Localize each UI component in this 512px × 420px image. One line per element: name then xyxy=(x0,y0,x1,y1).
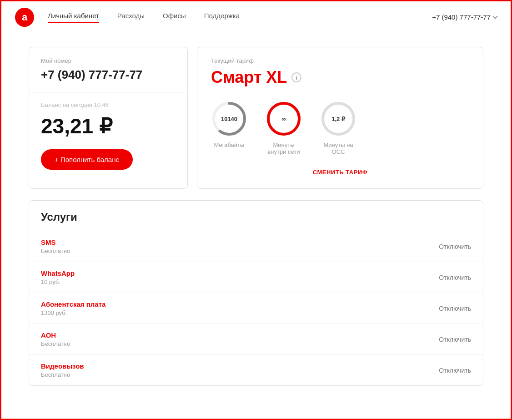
circle-minutes-network-label: Минуты внутри сети xyxy=(266,142,302,155)
main-nav: Личный кабинет Расходы Офисы Поддержка xyxy=(48,12,432,23)
service-row-aon: АОН Бесплатно Отключить xyxy=(29,324,483,355)
tariff-name: Смарт XL i xyxy=(211,68,469,87)
service-videocall-disable[interactable]: Отключить xyxy=(439,367,471,374)
balance-label: Баланс на сегодня 10:46 xyxy=(41,101,176,108)
service-aon-info: АОН Бесплатно xyxy=(41,331,70,347)
service-subscription-name: Абонентская плата xyxy=(41,300,105,308)
circle-minutes-network-value: ∞ xyxy=(281,116,286,122)
service-aon-price: Бесплатно xyxy=(41,340,70,347)
service-whatsapp-name: WhatsApp xyxy=(41,269,75,277)
info-icon[interactable]: i xyxy=(291,72,301,82)
services-title: Услуги xyxy=(29,201,483,231)
circles-row: 10140 Мегабайты ∞ Минуты внутри сети xyxy=(211,101,469,155)
service-whatsapp-price: 10 руб. xyxy=(41,278,75,285)
change-tariff-button[interactable]: СМЕНИТЬ ТАРИФ xyxy=(211,169,469,176)
circle-megabytes-wrap: 10140 xyxy=(211,101,247,137)
balance-amount: 23,21 ₽ xyxy=(41,114,176,138)
service-subscription-disable[interactable]: Отключить xyxy=(439,305,471,312)
my-number-label: Мой номер xyxy=(41,57,176,64)
service-sms-info: SMS Бесплатно xyxy=(41,238,70,254)
circle-minutes-network-wrap: ∞ xyxy=(266,101,302,137)
logo[interactable]: а xyxy=(15,8,34,27)
service-row-sms: SMS Бесплатно Отключить xyxy=(29,231,483,262)
nav-expenses[interactable]: Расходы xyxy=(117,12,145,23)
header: а Личный кабинет Расходы Офисы Поддержка… xyxy=(1,1,511,33)
service-whatsapp-info: WhatsApp 10 руб. xyxy=(41,269,75,285)
tariff-card: Текущий тариф Смарт XL i 10140 Мегабайты xyxy=(197,47,483,189)
circle-megabytes: 10140 Мегабайты xyxy=(211,101,247,148)
service-videocall-price: Бесплатно xyxy=(41,371,84,378)
service-videocall-name: Видеовызов xyxy=(41,362,84,370)
top-up-button[interactable]: + Пополнить баланс xyxy=(41,149,133,170)
service-subscription-price: 1300 руб. xyxy=(41,309,105,316)
service-sms-name: SMS xyxy=(41,238,70,246)
my-number-section: Мой номер +7 (940) 777-77-77 xyxy=(29,47,187,92)
nav-personal-cabinet[interactable]: Личный кабинет xyxy=(48,12,99,23)
service-aon-name: АОН xyxy=(41,331,70,339)
nav-offices[interactable]: Офисы xyxy=(163,12,186,23)
circle-minutes-occ-value: 1,2 ₽ xyxy=(331,116,345,122)
circle-minutes-occ: 1,2 ₽ Минуты на ОСС xyxy=(320,101,356,155)
tariff-label: Текущий тариф xyxy=(211,57,469,64)
header-phone-number: +7 (940) 777-77-77 xyxy=(432,13,491,21)
circle-minutes-occ-wrap: 1,2 ₽ xyxy=(320,101,356,137)
circle-megabytes-value: 10140 xyxy=(221,116,237,122)
nav-support[interactable]: Поддержка xyxy=(204,12,240,23)
header-phone[interactable]: +7 (940) 777-77-77 xyxy=(432,13,497,21)
circle-minutes-occ-label: Минуты на ОСС xyxy=(320,142,356,155)
circle-megabytes-label: Мегабайты xyxy=(214,142,245,148)
service-videocall-info: Видеовызов Бесплатно xyxy=(41,362,84,378)
service-sms-price: Бесплатно xyxy=(41,248,70,254)
chevron-down-icon xyxy=(492,14,497,19)
phone-number: +7 (940) 777-77-77 xyxy=(41,68,176,82)
service-row-videocall: Видеовызов Бесплатно Отключить xyxy=(29,355,483,385)
account-card: Мой номер +7 (940) 777-77-77 Баланс на с… xyxy=(29,47,188,189)
service-row-subscription: Абонентская плата 1300 руб. Отключить xyxy=(29,293,483,324)
service-row-whatsapp: WhatsApp 10 руб. Отключить xyxy=(29,262,483,293)
service-whatsapp-disable[interactable]: Отключить xyxy=(439,274,471,281)
services-card: Услуги SMS Бесплатно Отключить WhatsApp … xyxy=(29,200,483,386)
circle-minutes-network: ∞ Минуты внутри сети xyxy=(266,101,302,155)
service-subscription-info: Абонентская плата 1300 руб. xyxy=(41,300,105,316)
service-sms-disable[interactable]: Отключить xyxy=(439,243,471,250)
top-cards-row: Мой номер +7 (940) 777-77-77 Баланс на с… xyxy=(29,47,483,189)
service-aon-disable[interactable]: Отключить xyxy=(439,336,471,343)
main-content: Мой номер +7 (940) 777-77-77 Баланс на с… xyxy=(15,33,497,400)
balance-section: Баланс на сегодня 10:46 23,21 ₽ + Пополн… xyxy=(29,92,187,182)
